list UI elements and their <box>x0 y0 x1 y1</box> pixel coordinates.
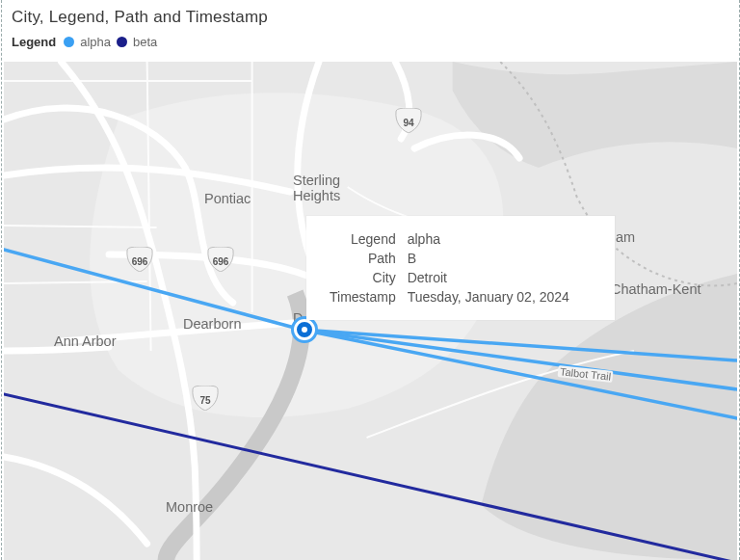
legend-swatch-beta[interactable] <box>117 37 127 47</box>
report-frame: City, Legend, Path and Timestamp Legend … <box>1 0 740 560</box>
tooltip-value: Detroit <box>402 268 575 287</box>
legend-swatch-alpha[interactable] <box>64 37 74 47</box>
tooltip-row: Timestamp Tuesday, January 02, 2024 <box>324 287 575 307</box>
tooltip-key: City <box>324 268 402 287</box>
header: City, Legend, Path and Timestamp <box>2 0 739 29</box>
legend: Legend alpha beta <box>2 29 739 59</box>
tooltip-key: Path <box>324 249 402 268</box>
data-point-marker[interactable] <box>294 319 315 340</box>
tooltip-value: B <box>402 249 575 268</box>
tooltip-row: Legend alpha <box>324 229 575 249</box>
tooltip-key: Legend <box>324 229 402 249</box>
legend-item-alpha[interactable]: alpha <box>80 35 111 49</box>
chart-title: City, Legend, Path and Timestamp <box>12 8 729 27</box>
legend-label: Legend <box>12 35 56 49</box>
tooltip-key: Timestamp <box>324 287 402 307</box>
tooltip-value: alpha <box>402 229 575 249</box>
tooltip: Legend alpha Path B City Detroit Timesta… <box>306 216 615 320</box>
tooltip-row: City Detroit <box>324 268 575 287</box>
tooltip-value: Tuesday, January 02, 2024 <box>402 287 575 307</box>
map-canvas[interactable]: 94 696 696 75 Pontiac Sterling Heights D… <box>4 62 737 560</box>
legend-item-beta[interactable]: beta <box>133 35 157 49</box>
tooltip-row: Path B <box>324 249 575 268</box>
